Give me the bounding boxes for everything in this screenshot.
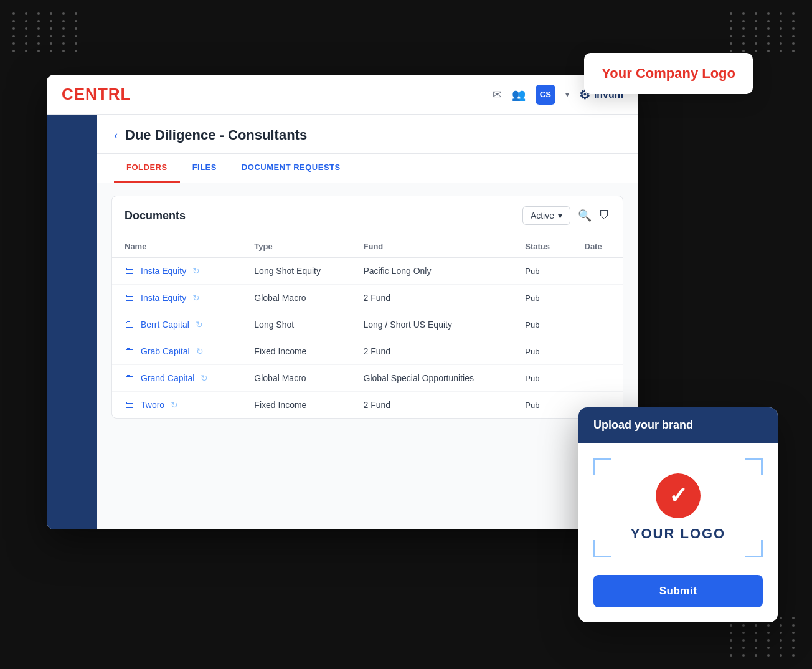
navbar: CENTRL ✉ 👥 CS ▾ ⚙ invum [47, 75, 638, 115]
folder-icon: 🗀 [125, 372, 135, 384]
logo-preview: ✓ YOUR LOGO [631, 473, 725, 542]
tab-document-requests[interactable]: DOCUMENT REQUESTS [229, 154, 353, 183]
tab-folders[interactable]: FOLDERS [114, 154, 180, 183]
app-body: ‹ Due Diligence - Consultants FOLDERS FI… [47, 115, 638, 529]
check-circle-icon: ✓ [656, 473, 701, 518]
table-row[interactable]: 🗀 Grand Capital ↻ Global Macro Global Sp… [112, 365, 623, 392]
dot-grid-topleft [12, 12, 82, 52]
row-status: Pub [512, 338, 572, 365]
corner-bracket-tr [745, 458, 763, 475]
row-fund: Global Special Opportunities [351, 365, 513, 392]
col-fund: Fund [351, 235, 513, 258]
row-fund: 2 Fund [351, 392, 513, 419]
row-type: Long Shot Equity [242, 258, 351, 285]
tab-files[interactable]: FILES [180, 154, 229, 183]
row-fund: 2 Fund [351, 338, 513, 365]
row-fund: 2 Fund [351, 285, 513, 311]
documents-table: Name Type Fund Status Date 🗀 Insta Equit… [112, 235, 623, 418]
refresh-icon[interactable]: ↻ [201, 373, 208, 383]
logo-tooltip: Your Company Logo [584, 53, 753, 94]
row-type: Long Shot [242, 311, 351, 338]
modal-title: Upload your brand [593, 419, 693, 431]
documents-section: Documents Active ▾ 🔍 ⛉ Name [111, 196, 623, 419]
table-row[interactable]: 🗀 Tworo ↻ Fixed Income 2 Fund Pub [112, 392, 623, 419]
documents-header: Documents Active ▾ 🔍 ⛉ [112, 196, 623, 235]
app-window: CENTRL ✉ 👥 CS ▾ ⚙ invum ‹ Due Diligence … [47, 75, 638, 529]
folder-icon: 🗀 [125, 346, 135, 357]
dropdown-chevron-icon: ▾ [558, 211, 562, 221]
row-type: Global Macro [242, 285, 351, 311]
row-type: Fixed Income [242, 338, 351, 365]
row-status: Pub [512, 392, 572, 419]
corner-bracket-tl [593, 458, 611, 475]
dot-grid-bottomright [730, 617, 800, 657]
folder-icon: 🗀 [125, 292, 135, 303]
table-row[interactable]: 🗀 Insta Equity ↻ Long Shot Equity Pacifi… [112, 258, 623, 285]
documents-title: Documents [125, 209, 186, 222]
col-type: Type [242, 235, 351, 258]
users-icon[interactable]: 👥 [512, 88, 526, 102]
row-date [572, 311, 623, 338]
row-date [572, 285, 623, 311]
back-button[interactable]: ‹ [114, 129, 118, 142]
row-name-text: Berrt Capital [141, 320, 189, 330]
refresh-icon[interactable]: ↻ [192, 266, 200, 276]
avatar-dropdown-arrow[interactable]: ▾ [565, 90, 569, 99]
logo-tooltip-text: Your Company Logo [602, 65, 735, 81]
filter-icon[interactable]: ⛉ [599, 209, 610, 222]
refresh-icon[interactable]: ↻ [196, 320, 203, 330]
status-filter-dropdown[interactable]: Active ▾ [522, 206, 570, 225]
page-title: Due Diligence - Consultants [125, 127, 307, 143]
row-name-text: Tworo [141, 400, 164, 410]
refresh-icon[interactable]: ↻ [196, 346, 204, 356]
col-status: Status [512, 235, 572, 258]
row-fund: Pacific Long Only [351, 258, 513, 285]
table-row[interactable]: 🗀 Berrt Capital ↻ Long Shot Long / Short… [112, 311, 623, 338]
col-name: Name [112, 235, 242, 258]
submit-button[interactable]: Submit [593, 575, 763, 607]
status-label: Active [531, 211, 554, 221]
tabs-bar: FOLDERS FILES DOCUMENT REQUESTS [97, 154, 638, 183]
row-name-text: Grab Capital [141, 346, 190, 356]
row-date [572, 365, 623, 392]
row-name-text: Grand Capital [141, 373, 194, 383]
col-date: Date [572, 235, 623, 258]
row-status: Pub [512, 365, 572, 392]
row-name-text: Insta Equity [141, 293, 186, 303]
row-date [572, 338, 623, 365]
refresh-icon[interactable]: ↻ [171, 400, 178, 410]
row-type: Global Macro [242, 365, 351, 392]
folder-icon: 🗀 [125, 265, 135, 277]
documents-controls: Active ▾ 🔍 ⛉ [522, 206, 610, 225]
row-name-text: Insta Equity [141, 266, 186, 276]
row-type: Fixed Income [242, 392, 351, 419]
modal-header: Upload your brand [578, 407, 778, 443]
refresh-icon[interactable]: ↻ [192, 293, 200, 303]
corner-bracket-br [745, 540, 763, 558]
main-content: ‹ Due Diligence - Consultants FOLDERS FI… [97, 115, 638, 529]
row-status: Pub [512, 258, 572, 285]
row-status: Pub [512, 311, 572, 338]
avatar[interactable]: CS [536, 85, 555, 105]
table-row[interactable]: 🗀 Insta Equity ↻ Global Macro 2 Fund Pub [112, 285, 623, 311]
folder-icon: 🗀 [125, 319, 135, 330]
page-header: ‹ Due Diligence - Consultants [97, 115, 638, 154]
upload-brand-modal: Upload your brand ✓ YOUR LOGO Submit [578, 407, 778, 622]
sidebar [47, 115, 97, 529]
row-status: Pub [512, 285, 572, 311]
folder-icon: 🗀 [125, 399, 135, 410]
table-row[interactable]: 🗀 Grab Capital ↻ Fixed Income 2 Fund Pub [112, 338, 623, 365]
your-logo-label: YOUR LOGO [631, 526, 725, 542]
row-date [572, 258, 623, 285]
logo-upload-area[interactable]: ✓ YOUR LOGO [593, 458, 763, 558]
corner-bracket-bl [593, 540, 611, 558]
search-icon[interactable]: 🔍 [578, 209, 592, 222]
mail-icon[interactable]: ✉ [493, 88, 502, 102]
row-fund: Long / Short US Equity [351, 311, 513, 338]
app-logo: CENTRL [62, 85, 131, 104]
dot-grid-topright [730, 12, 800, 52]
modal-body: ✓ YOUR LOGO Submit [578, 443, 778, 622]
